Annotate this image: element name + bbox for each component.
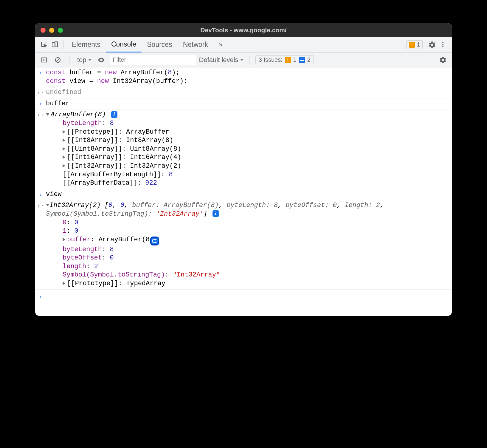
memory-inspector-icon[interactable] (150, 237, 159, 245)
warning-icon: ! (285, 57, 291, 63)
object-header[interactable]: ArrayBuffer(8) i (46, 111, 448, 119)
warnings-badge[interactable]: ! 1 (406, 40, 423, 49)
input-chevron-icon: › (35, 190, 46, 199)
prompt-input[interactable] (46, 293, 452, 301)
property-row[interactable]: [[Int8Array]]: Int8Array(8) (46, 136, 448, 145)
svg-point-3 (442, 42, 443, 43)
console-prompt[interactable]: › (35, 289, 452, 316)
console-output-row: ‹· undefined (35, 87, 452, 98)
expand-right-icon[interactable] (63, 238, 65, 241)
property-row[interactable]: length: 2 (46, 262, 448, 271)
window-title: DevTools - www.google.com/ (35, 27, 452, 34)
property-row[interactable]: [[Prototype]]: TypedArray (46, 279, 448, 288)
info-icon[interactable]: i (111, 111, 117, 118)
svg-point-5 (442, 46, 443, 47)
output-chevron-icon: ‹· (35, 88, 46, 97)
tab-elements[interactable]: Elements (66, 37, 106, 52)
log-levels[interactable]: Default levels (199, 56, 243, 64)
minimize-icon[interactable] (49, 28, 54, 33)
expand-right-icon[interactable] (63, 155, 65, 159)
expand-right-icon[interactable] (63, 138, 65, 142)
property-row[interactable]: byteOffset: 0 (46, 254, 448, 262)
divider (249, 55, 249, 64)
zoom-icon[interactable] (58, 28, 63, 33)
divider (63, 40, 63, 49)
eye-icon[interactable] (96, 55, 107, 65)
levels-label: Default levels (199, 56, 238, 64)
input-chevron-icon: › (35, 100, 46, 108)
expand-right-icon[interactable] (63, 282, 65, 285)
tab-sources[interactable]: Sources (142, 37, 177, 52)
expand-down-icon[interactable] (46, 113, 49, 116)
settings-icon[interactable] (438, 55, 448, 65)
console-input-row[interactable]: › const buffer = new ArrayBuffer(8); con… (35, 67, 452, 87)
object-expansion: ArrayBuffer(8) i byteLength: 8 [[Prototy… (46, 111, 452, 187)
chevron-down-icon (88, 59, 91, 61)
property-row[interactable]: [[ArrayBufferByteLength]]: 8 (46, 171, 448, 179)
sidebar-toggle-icon[interactable] (39, 55, 49, 65)
expand-right-icon[interactable] (63, 147, 65, 151)
warning-icon: ! (409, 42, 415, 48)
console-output-row: ‹· Int32Array(2) [0, 0, buffer: ArrayBuf… (35, 200, 452, 289)
clear-icon[interactable] (52, 55, 63, 65)
object-header[interactable]: Int32Array(2) [0, 0, buffer: ArrayBuffer… (46, 201, 448, 218)
console-body: › const buffer = new ArrayBuffer(8); con… (35, 67, 452, 316)
console-input-row[interactable]: › view (35, 189, 452, 200)
console-input-row[interactable]: › buffer (35, 98, 452, 110)
tab-network[interactable]: Network (178, 37, 213, 52)
console-toolbar: top Default levels 3 Issues: ! 1 ▬ 2 (35, 52, 452, 67)
property-row[interactable]: byteLength: 8 (46, 245, 448, 254)
divider (69, 55, 69, 64)
svg-rect-8 (152, 240, 157, 242)
device-icon[interactable] (49, 39, 60, 50)
property-row[interactable]: 0: 0 (46, 219, 448, 227)
filter-input[interactable] (110, 55, 196, 65)
tab-console[interactable]: Console (106, 37, 142, 52)
expand-down-icon[interactable] (46, 204, 49, 206)
traffic-lights (35, 28, 63, 33)
property-row[interactable]: [[Int32Array]]: Int32Array(2) (46, 162, 448, 171)
issues-warn-count: 1 (293, 56, 297, 63)
issues-label: 3 Issues: (259, 56, 283, 63)
context-label: top (77, 56, 86, 64)
property-row[interactable]: [[Prototype]]: ArrayBuffer (46, 128, 448, 137)
inspect-icon[interactable] (39, 39, 49, 50)
chevron-down-icon (240, 59, 243, 61)
property-row[interactable]: [[Uint8Array]]: Uint8Array(8) (46, 145, 448, 154)
output-chevron-icon: ‹· (35, 201, 46, 288)
titlebar: DevTools - www.google.com/ (35, 23, 452, 37)
expand-right-icon[interactable] (63, 130, 65, 134)
expand-right-icon[interactable] (63, 164, 65, 168)
property-row[interactable]: 1: 0 (46, 227, 448, 236)
code-line: view (46, 190, 452, 199)
console-output-row: ‹· ArrayBuffer(8) i byteLength: 8 [[Prot… (35, 109, 452, 189)
main-toolbar: Elements Console Sources Network » ! 1 (35, 37, 452, 52)
devtools-window: DevTools - www.google.com/ Elements Cons… (35, 23, 452, 316)
property-row[interactable]: buffer: ArrayBuffer(8 (46, 236, 448, 245)
warning-count: 1 (417, 41, 420, 48)
info-icon[interactable]: i (213, 210, 219, 217)
issues-badge[interactable]: 3 Issues: ! 1 ▬ 2 (255, 55, 314, 64)
info-icon: ▬ (299, 57, 305, 63)
property-row[interactable]: [[ArrayBufferData]]: 922 (46, 179, 448, 188)
property-row[interactable]: byteLength: 8 (46, 119, 448, 128)
code-line: buffer (46, 100, 452, 108)
object-expansion: Int32Array(2) [0, 0, buffer: ArrayBuffer… (46, 201, 452, 288)
svg-point-4 (442, 44, 443, 45)
context-selector[interactable]: top (75, 56, 93, 64)
code-line: const buffer = new ArrayBuffer(8); const… (46, 69, 452, 86)
input-chevron-icon: › (35, 293, 46, 301)
close-icon[interactable] (41, 28, 46, 33)
tab-more[interactable]: » (213, 37, 228, 52)
property-row[interactable]: Symbol(Symbol.toStringTag): "Int32Array" (46, 271, 448, 279)
issues-info-count: 2 (307, 56, 311, 63)
property-row[interactable]: [[Int16Array]]: Int16Array(4) (46, 153, 448, 162)
output-chevron-icon: ‹· (35, 111, 46, 187)
undefined-result: undefined (46, 88, 452, 97)
settings-icon[interactable] (427, 39, 438, 50)
input-chevron-icon: › (35, 69, 46, 86)
kebab-icon[interactable] (438, 39, 448, 50)
